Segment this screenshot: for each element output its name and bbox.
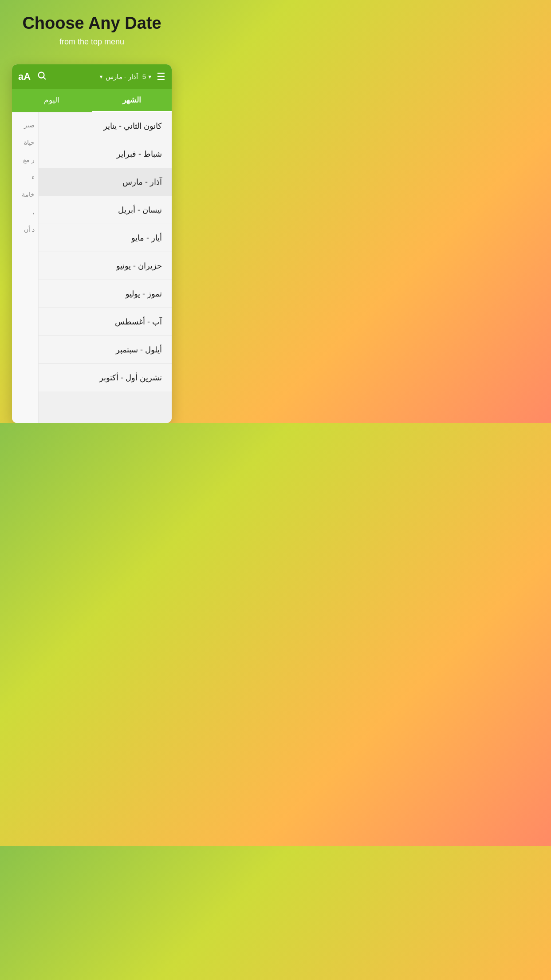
bg-line-3: ر مع [16, 151, 35, 169]
content-area: صبر حياة ر مع ء خامة ، د أن كانون الثاني… [12, 112, 172, 423]
toolbar-right: آذار - مارس ▼ 5 ▼ ☰ [99, 71, 165, 83]
month-item-february[interactable]: شباط - فبراير [39, 140, 172, 168]
day-label: 5 [142, 73, 146, 80]
svg-line-1 [43, 77, 45, 79]
month-item-august[interactable]: آب - أغسطس [39, 308, 172, 336]
search-icon[interactable] [37, 71, 47, 83]
month-item-january[interactable]: كانون الثاني - يناير [39, 112, 172, 140]
app-toolbar: aA آذار - مارس ▼ 5 ▼ ☰ [12, 64, 172, 89]
month-selector[interactable]: آذار - مارس ▼ [99, 73, 138, 81]
toolbar-left: aA [18, 71, 47, 83]
month-item-march[interactable]: آذار - مارس [39, 168, 172, 196]
day-selector[interactable]: 5 ▼ [142, 73, 152, 80]
month-item-april[interactable]: نيسان - أبريل [39, 196, 172, 224]
tabs-row: الشهر اليوم [12, 89, 172, 112]
month-label: آذار - مارس [106, 73, 138, 81]
month-item-september[interactable]: أيلول - سبتمبر [39, 336, 172, 364]
month-dropdown-arrow: ▼ [99, 74, 104, 79]
bg-line-2: حياة [16, 134, 35, 151]
bg-line-5: خامة [16, 186, 35, 203]
bg-line-7: د أن [16, 221, 35, 238]
subtitle: from the top menu [9, 37, 175, 47]
bg-line-6: ، [16, 204, 35, 221]
tab-today[interactable]: اليوم [12, 89, 92, 112]
month-item-october[interactable]: تشرين أول - أكتوبر [39, 364, 172, 391]
bg-line-4: ء [16, 169, 35, 186]
bg-line-1: صبر [16, 117, 35, 134]
month-item-july[interactable]: تموز - يوليو [39, 280, 172, 308]
months-dropdown-list: كانون الثاني - يناير شباط - فبراير آذار … [39, 112, 172, 423]
month-item-may[interactable]: أيار - مايو [39, 224, 172, 252]
main-title: Choose Any Date [9, 13, 175, 34]
header-section: Choose Any Date from the top menu [0, 0, 184, 64]
font-size-icon[interactable]: aA [18, 71, 31, 83]
month-item-june[interactable]: حزيران - يونيو [39, 252, 172, 280]
background-text-column: صبر حياة ر مع ء خامة ، د أن [12, 112, 39, 423]
app-card: aA آذار - مارس ▼ 5 ▼ ☰ الشهر [12, 64, 172, 423]
hamburger-menu-icon[interactable]: ☰ [157, 71, 165, 83]
tab-month[interactable]: الشهر [92, 89, 172, 112]
day-dropdown-arrow: ▼ [147, 74, 152, 79]
